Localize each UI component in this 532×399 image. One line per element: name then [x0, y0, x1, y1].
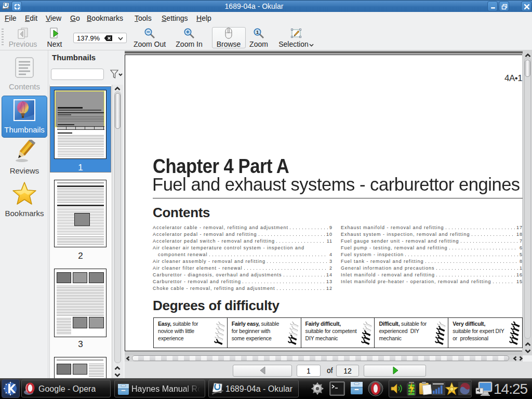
svg-text:1: 1: [256, 30, 259, 35]
